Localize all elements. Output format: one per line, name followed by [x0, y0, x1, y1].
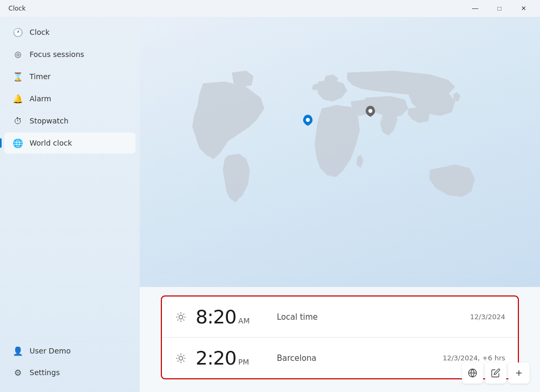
sidebar-label-focus: Focus sessions: [30, 50, 84, 59]
sidebar-item-worldclock[interactable]: 🌐 World clock: [4, 132, 136, 154]
focus-icon: ◎: [13, 49, 23, 60]
clock-icon: 🕐: [13, 27, 23, 37]
barcelona-location: Barcelona: [277, 353, 434, 363]
local-time-main: 8:20: [196, 306, 236, 328]
worldclock-icon: 🌐: [13, 138, 23, 148]
sidebar-bottom: 👤 User Demo ⚙ Settings: [0, 336, 140, 388]
svg-line-18: [178, 355, 179, 356]
app-body: 🕐 Clock ◎ Focus sessions ⌛ Timer 🔔 Alarm…: [0, 17, 540, 392]
minimize-button[interactable]: —: [463, 0, 487, 17]
sidebar-label-alarm: Alarm: [30, 94, 51, 103]
barcelona-time-display: 2:20 PM: [196, 347, 264, 369]
svg-line-11: [184, 313, 185, 314]
add-button[interactable]: [508, 362, 529, 384]
svg-line-21: [178, 360, 179, 361]
svg-line-12: [178, 319, 179, 320]
map-area: [140, 17, 540, 287]
sun-icon-local: [175, 311, 187, 323]
sidebar-item-stopwatch[interactable]: ⏱ Stopwatch: [4, 110, 136, 131]
sidebar-label-timer: Timer: [30, 72, 51, 81]
local-time-ampm: AM: [238, 317, 250, 325]
barcelona-time-main: 2:20: [196, 347, 236, 369]
barcelona-time-ampm: PM: [238, 358, 249, 366]
stopwatch-icon: ⏱: [13, 116, 23, 126]
edit-button[interactable]: [485, 362, 506, 384]
bottom-toolbar: [462, 362, 529, 384]
maximize-button[interactable]: □: [487, 0, 512, 17]
sidebar-item-focus[interactable]: ◎ Focus sessions: [4, 44, 136, 65]
sidebar-label-user: User Demo: [30, 347, 71, 355]
globe-button[interactable]: [462, 362, 483, 384]
svg-line-10: [184, 319, 185, 320]
settings-icon: ⚙: [13, 367, 23, 378]
sidebar-label-clock: Clock: [30, 28, 50, 36]
svg-point-4: [179, 315, 182, 319]
sidebar-label-worldclock: World clock: [30, 139, 72, 147]
svg-line-9: [178, 313, 179, 314]
sun-icon-barcelona: [175, 352, 187, 365]
close-button[interactable]: ✕: [512, 0, 536, 17]
timer-icon: ⌛: [13, 71, 23, 82]
sidebar-item-alarm[interactable]: 🔔 Alarm: [4, 88, 136, 109]
sidebar-label-stopwatch: Stopwatch: [30, 117, 69, 125]
world-map: [160, 62, 520, 242]
svg-line-19: [184, 360, 185, 361]
sidebar-label-settings: Settings: [30, 368, 60, 377]
sidebar-item-clock[interactable]: 🕐 Clock: [4, 22, 136, 43]
local-location: Local time: [277, 312, 461, 322]
sidebar-item-timer[interactable]: ⌛ Timer: [4, 66, 136, 87]
sidebar-spacer: [0, 154, 140, 336]
sidebar: 🕐 Clock ◎ Focus sessions ⌛ Timer 🔔 Alarm…: [0, 17, 140, 392]
main-content: 8:20 AM Local time 12/3/2024: [140, 17, 540, 392]
time-card-local: 8:20 AM Local time 12/3/2024: [162, 297, 518, 337]
local-time-display: 8:20 AM: [196, 306, 264, 328]
window-controls: — □ ✕: [463, 0, 536, 17]
local-date: 12/3/2024: [470, 313, 505, 321]
alarm-icon: 🔔: [13, 93, 23, 104]
user-icon: 👤: [13, 346, 23, 356]
svg-line-20: [184, 355, 185, 356]
titlebar: Clock — □ ✕: [0, 0, 540, 17]
barcelona-date: 12/3/2024, +6 hrs: [442, 354, 505, 362]
sidebar-item-settings[interactable]: ⚙ Settings: [4, 362, 136, 383]
app-title: Clock: [8, 5, 26, 12]
sidebar-item-user[interactable]: 👤 User Demo: [4, 340, 136, 361]
svg-point-13: [179, 356, 182, 360]
